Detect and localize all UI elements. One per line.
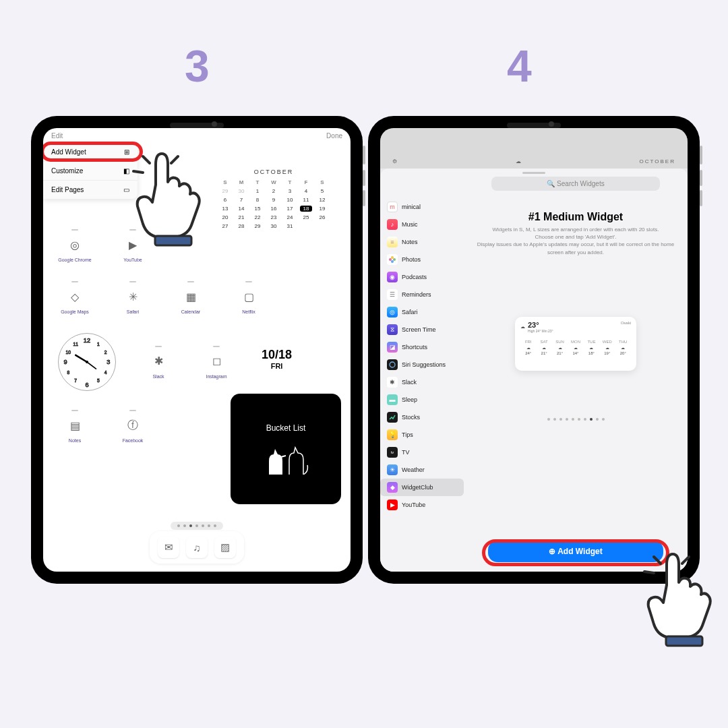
menu-add-widget[interactable]: Add Widget ⊞ [43,143,138,162]
list-item-weather[interactable]: ☀Weather [380,461,464,479]
app-chrome[interactable]: ◎Google Chrome [58,229,92,262]
list-item-safari[interactable]: ◎Safari [380,303,464,321]
side-button [363,146,365,164]
svg-text:10: 10 [66,350,71,355]
widget-title: #1 Medium Widget [528,211,623,223]
app-maps[interactable]: ◇Google Maps [58,281,92,314]
widget-preview-pane: 🔍 Search Widgets #1 Medium Widget Widget… [464,169,688,572]
app-facebook[interactable]: ⓕFacebook [116,410,150,443]
notes-icon: ▤ [65,415,85,435]
youtube-icon: ▶ [123,235,143,255]
list-item-tips[interactable]: 💡Tips [380,426,464,444]
svg-text:2: 2 [104,350,107,355]
screen-4: ⚙ ☁ OCTOBER mminical ♪Music ≡Notes Photo… [380,128,688,572]
compass-icon: ✳ [123,286,143,307]
calendar-widget: OCTOBER SMTWTFS2930123456789101112131415… [206,142,341,229]
svg-text:4: 4 [104,370,107,375]
app-slack[interactable]: ✱Slack [142,346,175,379]
menu-edit-pages-label: Edit Pages [51,186,84,193]
side-button [363,190,365,206]
svg-text:3: 3 [107,359,110,365]
menu-customize-label: Customize [51,167,83,175]
page-indicator[interactable] [171,522,223,530]
edit-menu-popup: Add Widget ⊞ Customize ◧ Edit Pages ▭ [43,143,138,199]
list-item-photos[interactable]: Photos [380,251,464,268]
cats-illustration [259,441,313,475]
list-item-widgetclub[interactable]: ◆WidgetClub [380,479,464,496]
svg-text:6: 6 [85,382,88,388]
list-item-music[interactable]: ♪Music [380,216,464,233]
side-button [700,190,702,206]
dock-photos-icon[interactable]: ▨ [214,537,236,558]
svg-point-19 [391,256,394,259]
done-button[interactable]: Done [326,132,342,140]
list-item-notes[interactable]: ≡Notes [380,233,464,251]
app-notes[interactable]: ▤Notes [58,410,92,443]
svg-text:5: 5 [97,378,100,383]
widget-description: Widgets in S, M, L sizes are arranged in… [464,226,688,256]
menu-add-widget-label: Add Widget [51,148,86,156]
step-number-3: 3 [185,40,210,92]
calendar-month: OCTOBER [206,169,341,175]
dimmed-background: ⚙ ☁ OCTOBER [380,128,688,169]
cloud-icon: ☁ [520,324,525,330]
slack-icon: ✱ [148,351,169,371]
list-item-sleep[interactable]: ▬Sleep [380,391,464,408]
app-instagram[interactable]: ◻Instagram [200,346,233,379]
add-widget-button[interactable]: ⊕ Add Widget [488,541,663,562]
svg-point-20 [393,258,396,261]
plus-icon: ⊕ [549,547,555,556]
list-item-siri[interactable]: Siri Suggestions [380,356,464,373]
widget-app-list[interactable]: mminical ♪Music ≡Notes Photos ◉Podcasts … [380,169,464,572]
svg-text:9: 9 [64,359,67,365]
list-item-reminders[interactable]: ☰Reminders [380,286,464,303]
screen-3: Edit Done OCTOBER SMTWTFS293012345678910… [43,128,351,572]
pin-icon: ◇ [65,286,85,307]
side-button [700,170,702,186]
calendar-grid: SMTWTFS293012345678910111213141516171819… [219,179,328,229]
list-item-screentime[interactable]: ⧖Screen Time [380,321,464,338]
ipad-device-4: ⚙ ☁ OCTOBER mminical ♪Music ≡Notes Photo… [368,116,700,584]
svg-text:7: 7 [74,378,77,383]
ipad-device-3: Edit Done OCTOBER SMTWTFS293012345678910… [31,116,363,584]
cloud-icon: ☁ [516,158,522,164]
svg-point-23 [390,362,395,367]
app-netflix[interactable]: ▢Netflix [232,281,266,314]
svg-point-14 [86,361,88,363]
step-number-4: 4 [507,40,532,92]
widget-preview-weather[interactable]: ☁ 23° High 24° Min 23° Osaki FRI☁24°SAT☁… [515,317,636,371]
weather-forecast-row: FRI☁24°SAT☁21°SUN☁21°MON☁14°TUE☁18°WED☁1… [520,340,631,355]
svg-line-12 [75,355,87,362]
list-item-slack[interactable]: ✱Slack [380,373,464,391]
dock-mail-icon[interactable]: ✉ [158,537,179,558]
edit-label: Edit [51,132,63,140]
svg-rect-24 [666,636,702,646]
menu-customize[interactable]: Customize ◧ [43,162,138,181]
list-item-stocks[interactable]: Stocks [380,408,464,426]
list-item-tv[interactable]: tvTV [380,444,464,461]
date-widget: 10/18 FRI [262,348,292,370]
tv-icon: ▢ [239,286,259,307]
side-button [700,146,702,164]
svg-text:8: 8 [67,370,69,375]
list-item-minical[interactable]: mminical [380,198,464,216]
svg-text:1: 1 [97,342,100,346]
list-item-podcasts[interactable]: ◉Podcasts [380,268,464,286]
dock-music-icon[interactable]: ♫ [186,537,208,558]
pages-icon: ▭ [123,186,129,193]
search-icon: 🔍 [547,180,555,187]
app-calendar[interactable]: ▦Calendar [174,281,208,314]
menu-edit-pages[interactable]: Edit Pages ▭ [43,181,138,199]
svg-line-13 [87,362,96,369]
list-item-youtube[interactable]: ▶YouTube [380,496,464,514]
search-widgets-input[interactable]: 🔍 Search Widgets [491,177,660,191]
app-safari[interactable]: ✳Safari [116,281,150,314]
side-button [363,170,365,186]
customize-icon: ◧ [123,167,129,175]
bucket-list-widget[interactable]: Bucket List [231,394,341,504]
app-youtube[interactable]: ▶YouTube [116,229,150,262]
instagram-icon: ◻ [206,351,226,371]
widget-page-indicator[interactable] [547,418,605,421]
sheet-grabber[interactable] [522,172,545,174]
list-item-shortcuts[interactable]: ◪Shortcuts [380,338,464,356]
